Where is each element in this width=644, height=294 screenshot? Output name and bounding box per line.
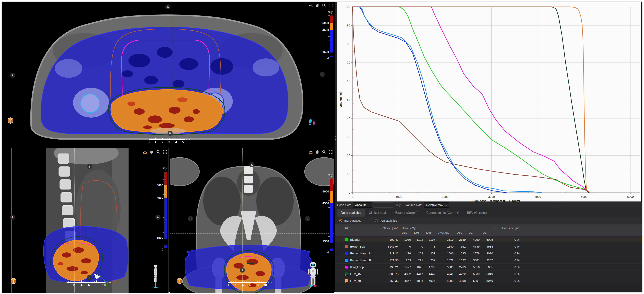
radio-poi-statistics[interactable]: POI statistics — [375, 219, 397, 222]
roi-color-swatch — [345, 259, 348, 262]
scale-ruler: 0246810cm — [66, 280, 116, 288]
x-tick-label: 0 — [352, 195, 353, 198]
roi-name: Ileal_Loop — [350, 265, 364, 269]
row-menu-button[interactable]: … — [335, 265, 344, 269]
workspace: ARLPcGy5000450015000012345cm — [2, 1, 642, 293]
roi-name: Femur_Head_L — [350, 252, 370, 255]
dose-value-d95: 1197 — [424, 238, 437, 241]
viewport-sagittal[interactable]: SPAIcGy50004500150000246810cm — [2, 148, 168, 293]
tab-dose-statistics[interactable]: Dose statistics — [337, 209, 365, 217]
axis-controls: Dose axis: Absolute ▾ cGy Volume axis: R… — [335, 202, 642, 208]
dose-value-d1: 5025 — [481, 238, 494, 241]
dose-value-d2: 5051 — [467, 279, 481, 283]
table-row-bowel_bag[interactable]: …Bowel_Bag3149.940011140161478549840 % — [335, 243, 642, 250]
roi-name: PTV_45 — [350, 272, 361, 276]
volume-axis-dropdown[interactable]: Relative max ▾ — [424, 202, 449, 208]
tab-clinical-goals[interactable]: Clinical goals — [365, 209, 391, 217]
maximize-icon[interactable] — [328, 3, 333, 8]
dose-value-d99: 1477 — [400, 265, 412, 269]
treatment-planning-app: ARLPcGy5000450015000012345cm — [0, 0, 644, 294]
patient-figure-icon — [152, 264, 160, 291]
zoom-magnifier-icon[interactable] — [322, 3, 326, 8]
row-menu-button[interactable]: … — [335, 238, 344, 241]
orientation-marker-s: S — [87, 164, 92, 169]
col-outside-grid: % outside grid — [494, 226, 521, 230]
dose-value-input[interactable] — [374, 202, 394, 208]
dose-value-d50: 4998 — [455, 279, 467, 283]
outside-grid-value: 0 % — [494, 265, 521, 269]
dose-value-d50: 2769 — [455, 265, 467, 269]
roi-statistics-table: …Bladder109.4710801122119726192189499050… — [335, 236, 642, 284]
dose-colorbar: cGy5000450015000 — [155, 172, 167, 250]
window-level-icon[interactable] — [308, 3, 313, 8]
tab-beams-current-[interactable]: Beams (Current) — [391, 209, 422, 217]
table-row-femur_head_l[interactable]: …Femur_Head_L119.22176202259150615952878… — [335, 250, 642, 257]
row-menu-button[interactable]: … — [335, 272, 344, 276]
dose-value-d98: 0 — [412, 245, 424, 248]
table-row-femur_head_r[interactable]: …Femur_Head_R121.95203221257157216273081… — [335, 257, 642, 264]
row-menu-button[interactable]: … — [335, 245, 344, 248]
bottom-tab-bar: Dose statisticsClinical goalsBeams (Curr… — [335, 208, 642, 217]
dose-value-d2: 2878 — [467, 252, 481, 255]
roi-volume-value: 198.21 — [376, 265, 400, 269]
table-row-ptv_45[interactable]: …PTV_45883.75439244174447474147225039504… — [335, 271, 642, 277]
warning-icon — [344, 274, 347, 276]
maximize-icon[interactable] — [163, 150, 167, 154]
dose-axis-dropdown[interactable]: Absolute ▾ — [353, 202, 372, 208]
axial-ct-image — [2, 2, 334, 147]
window-level-icon[interactable] — [143, 150, 147, 154]
dose-value-d50: 1627 — [455, 259, 467, 262]
tab-control-points-current-[interactable]: Control points (Current) — [422, 209, 463, 217]
roi-color-swatch — [345, 238, 348, 241]
orientation-cube-icon[interactable] — [10, 277, 18, 285]
dose-value-d99: 4392 — [400, 272, 412, 276]
dose-value-average: 4741 — [437, 272, 455, 276]
row-menu-button[interactable]: … — [335, 259, 344, 262]
zoom-magnifier-icon[interactable] — [322, 150, 326, 154]
viewport-axial[interactable]: ARLPcGy5000450015000012345cm — [2, 1, 334, 147]
pan-hand-icon[interactable] — [315, 3, 320, 8]
svg-text:4: 4 — [176, 141, 177, 144]
maximize-icon[interactable] — [328, 150, 333, 154]
table-row-bladder[interactable]: …Bladder109.4710801122119726192189499050… — [335, 236, 642, 243]
roi-name: Femur_Head_R — [350, 259, 371, 262]
volume-axis-value: Relative max — [426, 203, 443, 207]
crosshair-horizontal — [170, 233, 334, 234]
row-menu-button[interactable]: … — [335, 252, 344, 255]
scale-ruler: 0246810cm — [228, 280, 277, 288]
pan-hand-icon[interactable] — [150, 150, 154, 154]
dose-value-d95: 259 — [424, 252, 437, 255]
tab-bev-current-[interactable]: BEV (Current) — [463, 209, 490, 217]
dose-value-d1: 5049 — [481, 272, 494, 276]
dose-value-d1: 5035 — [481, 265, 494, 269]
y-tick-label: 90 — [347, 24, 350, 27]
colorbar-unit: cGy — [328, 173, 332, 177]
crosshair-vertical — [172, 2, 172, 147]
colorbar-label: 0 — [162, 248, 163, 251]
colorbar-label: 1500 — [322, 50, 329, 53]
viewport-toolbar — [308, 3, 333, 8]
svg-text:2: 2 — [162, 141, 164, 144]
radio-roi-statistics[interactable]: ROI statistics — [339, 219, 361, 222]
x-tick-label: 2000 — [442, 195, 448, 198]
roi-volume-value: 3149.94 — [376, 245, 400, 248]
table-header: ROI ROI vol. [cm³] Dose [cGy] % outside … — [335, 224, 642, 236]
y-tick-label: 0 — [348, 191, 350, 194]
viewport-coronal[interactable]: SRLIcGy50004500150000246810cm — [170, 148, 334, 293]
svg-text:10: 10 — [263, 284, 267, 287]
panel-splitter-handle[interactable] — [335, 137, 336, 141]
tab-splitter-handle[interactable] — [552, 207, 560, 207]
dose-value-d2: 4990 — [467, 238, 481, 241]
orientation-cube-icon[interactable] — [176, 277, 184, 285]
orientation-marker-r: R — [188, 216, 193, 221]
row-menu-button[interactable]: … — [335, 279, 344, 283]
volume-axis-label: Volume axis: — [405, 203, 422, 207]
table-row-ileal_loop[interactable]: …Ileal_Loop198.2114771625178830892769501… — [335, 264, 642, 271]
pan-hand-icon[interactable] — [315, 150, 320, 154]
window-level-icon[interactable] — [308, 150, 313, 154]
orientation-cube-icon[interactable] — [6, 116, 14, 125]
zoom-magnifier-icon[interactable] — [156, 150, 160, 154]
colorbar-label: 0 — [328, 251, 329, 254]
dvh-chart: 0100020003000400050006000010203040506070… — [337, 1, 642, 202]
sagittal-ct-image — [2, 148, 168, 293]
